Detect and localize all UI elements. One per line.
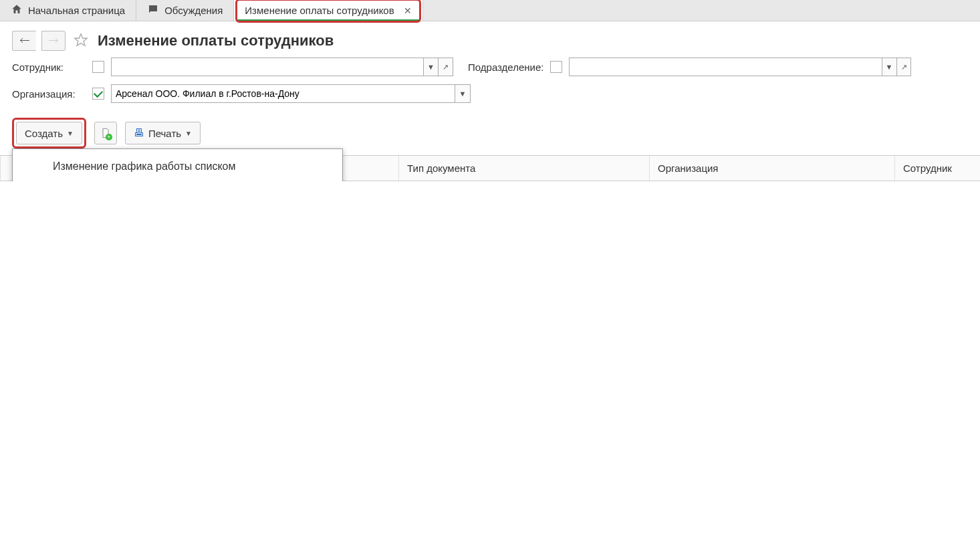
employee-filter-input[interactable] xyxy=(112,58,423,76)
dropdown-button[interactable]: ▼ xyxy=(423,58,438,76)
open-picker-button[interactable]: ↗ xyxy=(896,58,911,76)
svg-marker-0 xyxy=(75,33,87,45)
department-filter-label: Подразделение: xyxy=(468,62,543,73)
nav-back-button[interactable]: 🡐 xyxy=(12,31,36,51)
print-button-label: Печать xyxy=(148,128,181,139)
toolbar: Создать ▼ + 🖶 Печать ▼ Изменение графика… xyxy=(0,118,980,155)
tab-home[interactable]: Начальная страница xyxy=(0,0,136,21)
dropdown-button[interactable]: ▼ xyxy=(882,58,896,76)
employee-filter-checkbox[interactable] xyxy=(92,61,104,73)
document-plus-icon: + xyxy=(100,127,111,139)
column-header-organization[interactable]: Организация xyxy=(650,156,895,181)
close-icon[interactable]: ✕ xyxy=(404,5,412,16)
open-picker-button[interactable]: ↗ xyxy=(438,58,453,76)
dropdown-button[interactable]: ▼ xyxy=(455,85,470,102)
create-button-label: Создать xyxy=(25,128,63,139)
tabs-bar: Начальная страница Обсуждения Изменение … xyxy=(0,0,980,21)
create-button-highlight: Создать ▼ xyxy=(12,118,86,148)
nav-forward-button[interactable]: 🡒 xyxy=(41,31,66,51)
employee-filter-input-wrap: ▼ ↗ xyxy=(111,58,453,76)
organization-filter-input-wrap: ▼ xyxy=(111,84,471,103)
tab-discussions[interactable]: Обсуждения xyxy=(136,0,234,21)
employee-filter-label: Сотрудник: xyxy=(12,62,86,73)
tab-label: Обсуждения xyxy=(164,5,223,16)
tab-label: Изменение оплаты сотрудников xyxy=(245,5,394,16)
organization-filter-input[interactable] xyxy=(112,85,455,102)
chevron-down-icon: ▼ xyxy=(67,130,74,137)
filters-panel: Сотрудник: ▼ ↗ Подразделение: ▼ ↗ Органи… xyxy=(0,58,980,118)
title-row: 🡐 🡒 Изменение оплаты сотрудников xyxy=(0,21,980,58)
page-title: Изменение оплаты сотрудников xyxy=(98,32,334,49)
tab-label: Начальная страница xyxy=(28,5,125,16)
department-filter-input[interactable] xyxy=(570,58,881,76)
tab-current[interactable]: Изменение оплаты сотрудников ✕ xyxy=(234,0,422,21)
create-menu-item[interactable]: Изменение графика работы списком xyxy=(13,153,342,180)
organization-filter-checkbox[interactable] xyxy=(92,88,104,100)
organization-filter-label: Организация: xyxy=(12,88,86,100)
printer-icon: 🖶 xyxy=(134,127,144,139)
create-dropdown-menu: Изменение графика работы спискомИзменени… xyxy=(12,148,343,181)
chat-icon xyxy=(147,3,159,17)
favorite-icon[interactable] xyxy=(71,33,92,49)
department-filter-input-wrap: ▼ ↗ xyxy=(569,58,911,76)
column-header-employee[interactable]: Сотрудник xyxy=(895,156,980,181)
create-menu-item[interactable]: Изменение мест работы xyxy=(13,180,342,181)
print-button[interactable]: 🖶 Печать ▼ xyxy=(125,122,201,144)
department-filter-checkbox[interactable] xyxy=(550,61,562,73)
home-icon xyxy=(11,3,23,17)
copy-as-new-button[interactable]: + xyxy=(94,122,117,144)
create-button[interactable]: Создать ▼ xyxy=(16,122,82,144)
column-header-doc-type[interactable]: Тип документа xyxy=(399,156,650,181)
chevron-down-icon: ▼ xyxy=(185,130,192,137)
